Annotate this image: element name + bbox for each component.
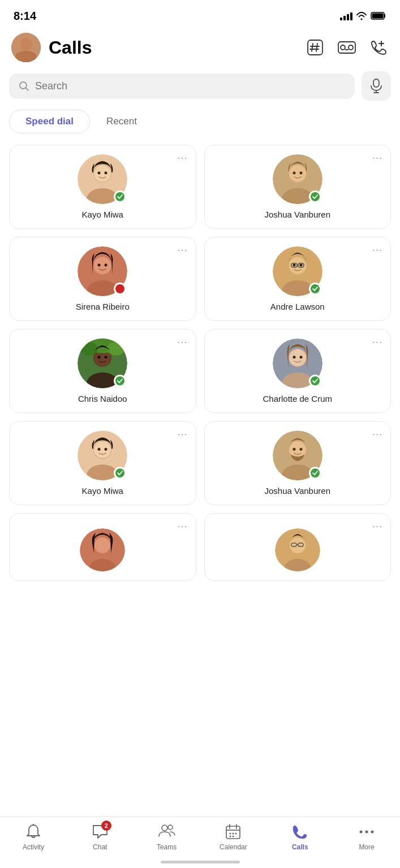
contact-card-6[interactable]: ··· Charlo (204, 329, 392, 413)
card-menu-4[interactable]: ··· (372, 244, 382, 256)
home-indicator (161, 861, 240, 863)
header-left: Calls (11, 33, 92, 62)
tab-speed-dial[interactable]: Speed dial (9, 110, 90, 133)
card-menu-8[interactable]: ··· (372, 428, 382, 440)
contact-card-2[interactable]: ··· Joshua (204, 145, 392, 229)
partial-contacts-grid: ··· ··· (0, 505, 400, 581)
status-available-2 (309, 190, 321, 203)
nav-calendar[interactable]: Calendar (200, 823, 266, 851)
page-title: Calls (49, 37, 92, 58)
nav-more[interactable]: More (333, 823, 400, 851)
svg-rect-1 (372, 14, 384, 19)
nav-more-label: More (359, 843, 374, 851)
contact-name-7: Kayo Miwa (82, 486, 123, 496)
svg-point-65 (299, 356, 302, 359)
card-menu-p2[interactable]: ··· (372, 520, 382, 532)
status-available-7 (114, 467, 126, 479)
nav-chat[interactable]: 2 Chat (67, 823, 134, 851)
svg-point-39 (94, 257, 111, 274)
status-busy-3 (114, 283, 126, 295)
voicemail-icon[interactable] (337, 37, 357, 58)
svg-point-71 (105, 448, 107, 451)
nav-calendar-label: Calendar (220, 843, 247, 851)
teams-icon (158, 823, 176, 841)
bell-icon (24, 823, 42, 841)
contact-card-5[interactable]: ··· (9, 329, 196, 413)
status-icons (340, 11, 386, 20)
card-menu-5[interactable]: ··· (177, 336, 187, 348)
header: Calls (0, 28, 400, 71)
card-menu-2[interactable]: ··· (372, 152, 382, 164)
search-input[interactable] (35, 80, 346, 92)
partial-card-1[interactable]: ··· (9, 513, 196, 581)
search-bar[interactable] (9, 73, 355, 99)
avatar[interactable] (11, 33, 41, 62)
status-available-5 (114, 375, 126, 387)
svg-point-99 (360, 831, 363, 834)
card-menu-7[interactable]: ··· (177, 428, 187, 440)
svg-point-4 (17, 52, 35, 62)
more-icon (358, 823, 376, 841)
card-menu-1[interactable]: ··· (177, 152, 187, 164)
avatar-wrap-7 (78, 431, 127, 480)
svg-point-47 (299, 264, 302, 267)
avatar-wrap-5 (78, 338, 127, 388)
nav-activity[interactable]: Activity (0, 823, 67, 851)
nav-activity-label: Activity (23, 843, 44, 851)
svg-point-58 (80, 342, 98, 355)
svg-point-34 (293, 172, 295, 175)
search-container (0, 71, 400, 110)
svg-line-20 (26, 88, 29, 91)
avatar-wrap-4 (273, 246, 322, 296)
svg-point-33 (289, 165, 306, 182)
svg-point-2 (11, 33, 41, 62)
contact-name-5: Chris Naidoo (78, 394, 127, 403)
svg-point-77 (299, 448, 302, 451)
svg-point-14 (341, 45, 345, 50)
avatar-wrap-2 (273, 154, 322, 204)
svg-point-70 (98, 448, 101, 451)
partial-card-2[interactable]: ··· (204, 513, 392, 581)
svg-point-76 (293, 448, 295, 451)
svg-point-100 (365, 831, 368, 834)
contacts-grid: ··· Kayo M (0, 145, 400, 505)
avatar-wrap-8 (273, 431, 322, 480)
chat-icon: 2 (91, 823, 109, 841)
contact-card-4[interactable]: ··· (204, 237, 392, 321)
svg-rect-21 (373, 79, 379, 87)
status-available-4 (309, 283, 321, 295)
nav-teams-label: Teams (157, 843, 177, 851)
contact-card-1[interactable]: ··· Kayo M (9, 145, 196, 229)
hashtag-icon[interactable] (305, 37, 325, 58)
mic-button[interactable] (362, 71, 391, 101)
nav-teams[interactable]: Teams (134, 823, 200, 851)
svg-point-101 (371, 831, 374, 834)
svg-point-28 (98, 172, 101, 175)
svg-point-59 (107, 342, 125, 355)
header-actions (305, 37, 389, 58)
status-available-8 (309, 467, 321, 479)
svg-point-79 (94, 537, 110, 553)
svg-line-9 (312, 44, 313, 51)
status-bar: 8:14 (0, 0, 400, 28)
svg-point-7 (28, 43, 29, 45)
card-menu-p1[interactable]: ··· (177, 520, 187, 532)
svg-point-55 (98, 356, 101, 359)
tabs-container: Speed dial Recent (0, 110, 400, 145)
contact-card-7[interactable]: ··· Kayo Miwa (9, 421, 196, 505)
contact-card-8[interactable]: ··· Joshua (204, 421, 392, 505)
contact-card-3[interactable]: ··· Sirena Ribeiro (9, 237, 196, 321)
svg-line-10 (316, 44, 317, 51)
tab-recent[interactable]: Recent (90, 110, 153, 133)
status-time: 8:14 (14, 10, 36, 23)
avatar-wrap-1 (78, 154, 127, 204)
svg-point-3 (20, 38, 32, 50)
svg-point-89 (168, 825, 173, 830)
mic-icon (370, 79, 382, 93)
card-menu-6[interactable]: ··· (372, 336, 382, 348)
contact-name-3: Sirena Ribeiro (76, 302, 130, 311)
contact-name-1: Kayo Miwa (82, 210, 123, 219)
add-call-icon[interactable] (368, 37, 389, 58)
nav-calls[interactable]: Calls (266, 823, 333, 851)
card-menu-3[interactable]: ··· (177, 244, 187, 256)
